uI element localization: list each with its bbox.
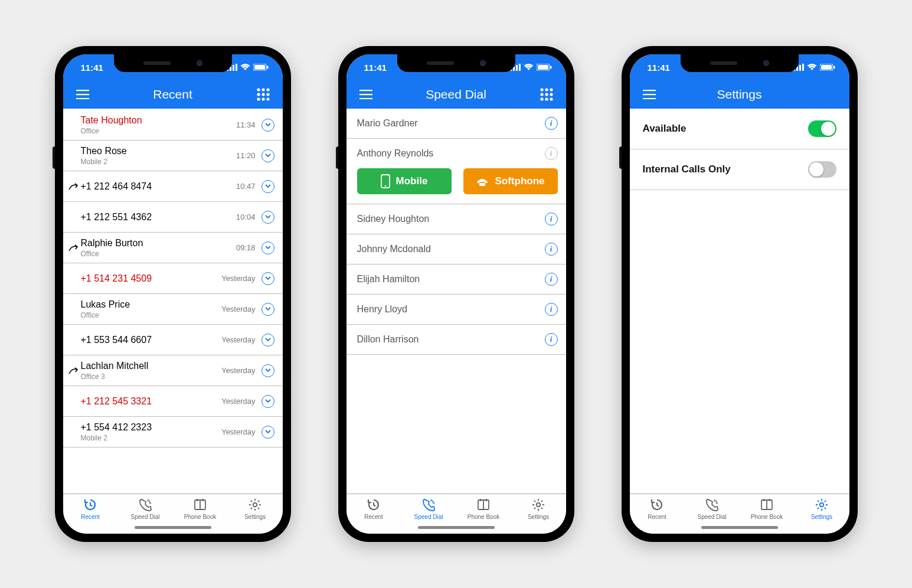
detail-button[interactable] [261,149,274,162]
toggle-switch[interactable] [808,120,836,137]
svg-point-17 [261,97,264,100]
speed-dial-row[interactable]: Anthony Reynolds i Mobile Softphone [347,139,566,204]
svg-rect-26 [516,65,518,71]
toggle-switch[interactable] [808,161,836,178]
chevron-down-icon [265,215,271,219]
contact-name: Elijah Hamilton [357,274,545,285]
detail-button[interactable] [261,180,274,193]
phone-recent: 11:41 Recent Tate Houghton Office 11:34 [55,46,291,542]
detail-button[interactable] [261,364,274,377]
speed-dial-row[interactable]: Elijah Hamilton i [347,264,566,295]
call-info: +1 514 231 4509 [80,273,222,284]
info-button[interactable]: i [545,273,558,286]
menu-button[interactable] [358,90,374,99]
svg-point-36 [550,88,553,91]
mobile-button[interactable]: Mobile [357,168,452,194]
speed-dial-row[interactable]: Sidney Houghton i [347,204,566,234]
wifi-icon [524,64,534,71]
recent-row[interactable]: +1 212 545 3321 Yesterday [63,386,283,417]
chevron-down-icon [265,430,271,434]
info-button[interactable]: i [545,213,558,226]
recent-list[interactable]: Tate Houghton Office 11:34 Theo Rose Mob… [63,109,283,447]
recent-row[interactable]: Lukas Price Office Yesterday [63,294,283,325]
recent-row[interactable]: +1 554 412 2323 Mobile 2 Yesterday [63,417,283,447]
info-button[interactable]: i [545,117,558,130]
recent-row[interactable]: Lachlan Mitchell Office 3 Yesterday [63,355,283,386]
mobile-icon [381,174,390,188]
settings-icon [815,498,829,512]
recent-row[interactable]: +1 553 544 6607 Yesterday [63,325,283,355]
recent-row[interactable]: Tate Houghton Office 11:34 [63,110,283,141]
softphone-button[interactable]: Softphone [463,168,558,194]
svg-point-13 [257,93,260,96]
home-indicator[interactable] [418,526,495,529]
info-button[interactable]: i [545,303,558,316]
svg-rect-7 [76,90,89,91]
svg-point-10 [257,88,260,91]
call-time: 09:18 [236,243,256,252]
info-button[interactable]: i [545,147,558,160]
tab-label: Recent [81,514,100,520]
settings-icon [248,498,262,512]
recent-row[interactable]: Ralphie Burton Office 09:18 [63,233,283,263]
sd-top: Dillon Harrison i [357,333,558,346]
detail-button[interactable] [261,334,274,347]
detail-button[interactable] [261,241,274,254]
speed-dial-list[interactable]: Mario Gardner i Anthony Reynolds i Mobil… [347,109,566,355]
nav-bar: Recent [63,80,283,109]
speed-dial-row[interactable]: Henry Lloyd i [347,295,566,325]
outgoing-arrow-icon [68,244,78,251]
call-name: +1 212 545 3321 [81,396,222,407]
recent-row[interactable]: +1 514 231 4509 Yesterday [63,263,283,294]
svg-rect-3 [236,64,237,71]
home-indicator[interactable] [135,526,211,529]
detail-button[interactable] [261,303,274,316]
call-name: +1 553 544 6607 [81,334,222,345]
speed-dial-row[interactable]: Dillon Harrison i [347,325,566,355]
home-indicator[interactable] [701,526,778,529]
call-name: Theo Rose [81,145,236,156]
tab-recent[interactable]: Recent [63,498,118,534]
tab-settings[interactable]: Settings [795,498,849,534]
svg-point-50 [537,503,540,507]
svg-rect-8 [76,94,89,95]
tab-recent[interactable]: Recent [630,498,685,534]
menu-button[interactable] [75,90,90,99]
recent-row[interactable]: +1 212 551 4362 10:04 [63,202,283,233]
speed-dial-row[interactable]: Mario Gardner i [347,109,566,139]
notch [681,54,799,72]
dialpad-button[interactable] [539,88,554,101]
svg-rect-27 [519,64,521,71]
info-button[interactable]: i [545,243,558,256]
tab-recent[interactable]: Recent [347,498,401,534]
svg-rect-31 [359,90,372,91]
svg-rect-57 [833,66,835,69]
tab-settings[interactable]: Settings [511,498,566,534]
detail-button[interactable] [261,395,274,408]
call-sub: Mobile 2 [81,434,222,442]
speed-dial-icon [421,498,436,512]
svg-rect-33 [359,98,372,99]
detail-button[interactable] [261,211,274,224]
recent-row[interactable]: +1 212 464 8474 10:47 [63,171,283,202]
tab-label: Settings [811,514,832,520]
detail-button[interactable] [261,426,274,439]
notch [114,54,232,72]
info-button[interactable]: i [545,333,558,346]
dialpad-button[interactable] [256,88,271,101]
phone-settings: 11:41 Settings Available Internal Calls … [622,46,858,542]
tab-settings[interactable]: Settings [228,498,283,534]
svg-point-40 [540,97,543,100]
menu-button[interactable] [642,90,657,99]
detail-button[interactable] [261,119,274,132]
svg-point-35 [545,88,548,91]
call-sub: Mobile 2 [81,158,236,166]
phone-book-icon [193,498,207,512]
speed-dial-row[interactable]: Johnny Mcdonald i [347,234,566,264]
tab-label: Phone Book [468,514,500,520]
tab-label: Recent [648,514,666,520]
outgoing-arrow-slot [67,183,80,190]
detail-button[interactable] [261,272,274,285]
wifi-icon [807,64,817,71]
recent-row[interactable]: Theo Rose Mobile 2 11:20 [63,141,283,171]
